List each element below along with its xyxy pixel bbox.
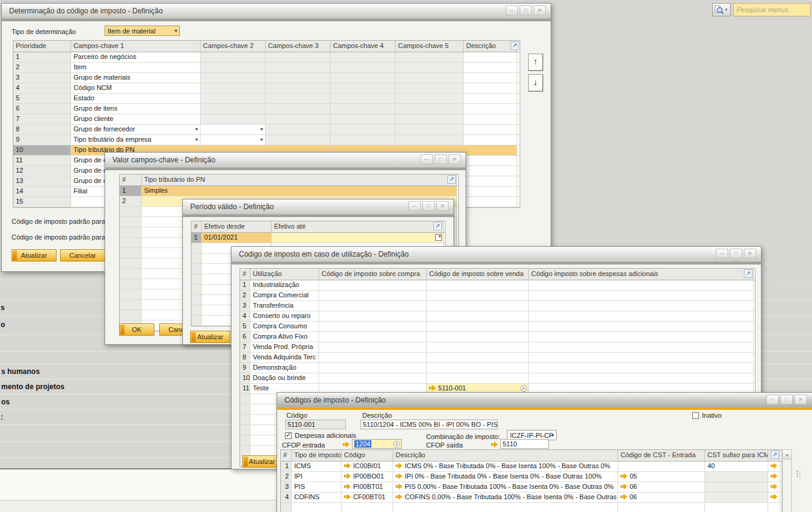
close-button[interactable]: ✕: [449, 154, 461, 164]
dropdown-arrow-icon[interactable]: ▼: [194, 137, 199, 142]
campos-chave-5-cell[interactable]: [396, 83, 464, 93]
row-number[interactable]: [120, 289, 142, 299]
row-number[interactable]: [191, 295, 202, 305]
i-cell[interactable]: [768, 482, 780, 492]
descricao-cell[interactable]: [464, 145, 517, 155]
campos-chave-5-cell[interactable]: [396, 125, 464, 134]
window-titlebar[interactable]: Valor campos-chave - Definição ─ □ ✕: [105, 153, 466, 168]
row-number[interactable]: [191, 243, 202, 253]
descricao-cell[interactable]: [464, 63, 517, 72]
link-arrow-icon[interactable]: [396, 483, 402, 490]
campos-chave-4-cell[interactable]: [331, 83, 396, 93]
campos-chave-1-cell[interactable]: Tipo tributário da empresa▼: [71, 135, 201, 145]
imposto-compra-cell[interactable]: [319, 332, 427, 342]
campos-chave-3-cell[interactable]: [266, 135, 331, 145]
cfop-saida-field[interactable]: 5110: [500, 439, 549, 449]
move-row-down-button[interactable]: ↓: [528, 74, 543, 92]
cst-sufixo-cell[interactable]: [705, 472, 768, 482]
expand-icon[interactable]: ↗: [771, 451, 779, 459]
scroll-up-button[interactable]: ▲: [783, 450, 791, 460]
expand-icon[interactable]: ↗: [511, 41, 519, 50]
maximize-button[interactable]: □: [422, 201, 435, 211]
campos-chave-5-cell[interactable]: [396, 135, 464, 145]
row-number[interactable]: 1: [240, 280, 250, 290]
row-number[interactable]: 1: [13, 52, 71, 62]
row-number[interactable]: [120, 269, 142, 278]
expand-icon[interactable]: ↗: [744, 269, 752, 278]
descricao-cell[interactable]: [464, 94, 517, 103]
imposto-venda-cell[interactable]: [427, 373, 529, 383]
imposto-venda-cell[interactable]: [427, 353, 529, 362]
row-number[interactable]: [120, 238, 142, 247]
minimize-button[interactable]: ─: [421, 154, 433, 164]
link-arrow-icon[interactable]: [621, 494, 627, 500]
tipo-imposto-cell[interactable]: IPI: [292, 472, 342, 482]
link-arrow-icon[interactable]: [396, 473, 402, 479]
atualizar-button[interactable]: Atualizar: [190, 331, 230, 343]
close-button[interactable]: ✕: [534, 5, 546, 15]
row-number[interactable]: [120, 310, 142, 320]
move-row-up-button[interactable]: ↑: [528, 54, 543, 71]
codigo-cell[interactable]: [342, 503, 393, 512]
i-cell[interactable]: [768, 493, 780, 502]
row-number[interactable]: [240, 404, 250, 414]
campos-chave-2-cell[interactable]: ▼: [201, 135, 266, 145]
maximize-button[interactable]: □: [435, 154, 447, 164]
link-arrow-icon[interactable]: [621, 483, 627, 490]
row-number[interactable]: 2: [240, 291, 250, 300]
efetivo-desde-cell[interactable]: 01/01/2021: [202, 233, 272, 243]
row-number[interactable]: 1: [120, 186, 142, 196]
descricao-cell[interactable]: [464, 125, 517, 134]
imposto-compra-cell[interactable]: [319, 363, 427, 373]
expand-icon[interactable]: ↗: [447, 175, 456, 184]
campos-chave-3-cell[interactable]: [266, 104, 331, 114]
campos-chave-4-cell[interactable]: [331, 125, 396, 134]
imposto-venda-cell[interactable]: [427, 332, 529, 342]
campos-chave-3-cell[interactable]: [266, 94, 331, 103]
imposto-venda-cell[interactable]: [427, 291, 529, 300]
efetivo-ate-cell[interactable]: [272, 233, 444, 243]
imposto-despesas-cell[interactable]: [529, 280, 754, 290]
cancelar-button[interactable]: Cancelar: [60, 249, 105, 261]
menu-search-button[interactable]: ▼: [712, 3, 731, 16]
maximize-button[interactable]: □: [780, 395, 793, 404]
descricao-cell[interactable]: [464, 114, 517, 124]
campos-chave-2-cell[interactable]: [201, 83, 266, 93]
link-arrow-icon[interactable]: [344, 483, 351, 490]
dropdown-arrow-icon[interactable]: ▼: [260, 137, 264, 142]
imposto-compra-cell[interactable]: [319, 280, 427, 290]
inativo-checkbox[interactable]: Inativo: [692, 412, 721, 419]
row-number[interactable]: 2: [120, 196, 142, 206]
row-number[interactable]: 8: [13, 125, 71, 134]
row-number[interactable]: [120, 217, 142, 227]
tipo-determinacao-combo[interactable]: Item de material ▼: [105, 26, 180, 36]
campos-chave-4-cell[interactable]: [331, 94, 396, 103]
imposto-despesas-cell[interactable]: [529, 363, 754, 373]
row-number[interactable]: [120, 258, 142, 268]
despesas-checkbox[interactable]: Despesas adicionais: [285, 432, 356, 439]
row-number[interactable]: [240, 446, 250, 455]
cst-entrada-cell[interactable]: 05: [618, 472, 705, 482]
campos-chave-1-cell[interactable]: Grupo de materiais: [71, 73, 201, 83]
i-cell[interactable]: [768, 503, 780, 512]
row-number[interactable]: [120, 227, 142, 237]
cst-entrada-cell[interactable]: 06: [618, 482, 705, 492]
row-number[interactable]: [240, 415, 250, 424]
window-titlebar[interactable]: Códigos de imposto - Definição ─ □ ✕: [277, 393, 812, 408]
descricao-cell[interactable]: COFINS 0,00% - Base Tributada 100% - Bas…: [393, 493, 618, 502]
ok-button[interactable]: OK: [119, 323, 154, 336]
campos-chave-3-cell[interactable]: [266, 52, 331, 62]
campos-chave-4-cell[interactable]: [331, 73, 396, 83]
dropdown-arrow-icon[interactable]: ▼: [194, 127, 199, 132]
vertical-scrollbar[interactable]: ▲: [782, 449, 792, 512]
campos-chave-1-cell[interactable]: Grupo de fornecedor▼: [71, 125, 201, 134]
descricao-cell[interactable]: [464, 156, 517, 165]
cst-sufixo-cell[interactable]: [705, 493, 768, 502]
link-arrow-icon[interactable]: [771, 463, 777, 469]
cfop-entrada-field[interactable]: 1204 ≡: [352, 439, 402, 449]
tipo-imposto-cell[interactable]: COFINS: [292, 493, 342, 502]
imposto-venda-cell[interactable]: [427, 301, 529, 311]
resize-grip[interactable]: [797, 471, 798, 472]
cst-entrada-cell[interactable]: [618, 462, 705, 471]
link-arrow-icon[interactable]: [771, 473, 777, 479]
